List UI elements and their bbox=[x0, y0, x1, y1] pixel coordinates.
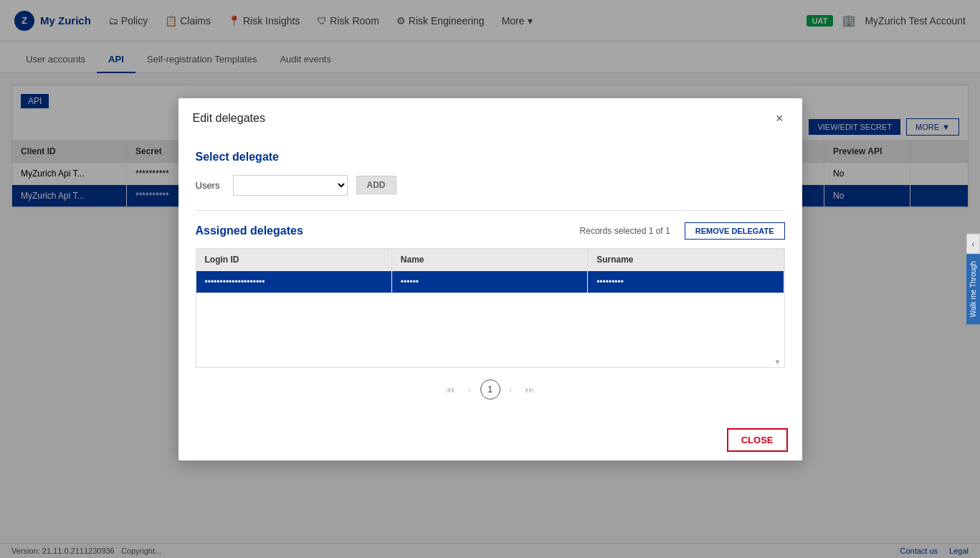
modal-close-button[interactable]: × bbox=[771, 110, 788, 128]
add-button[interactable]: ADD bbox=[356, 176, 396, 194]
cell-login-id: •••••••••••••••••••• bbox=[196, 271, 392, 293]
select-delegate-section: Select delegate Users ADD bbox=[196, 151, 785, 196]
delegates-table-body: •••••••••••••••••••• •••••• ••••••••• bbox=[196, 270, 784, 356]
divider bbox=[196, 210, 785, 211]
modal-overlay: Edit delegates × Select delegate Users A… bbox=[0, 0, 980, 558]
pagination: ⏮ ‹ 1 › ⏭ bbox=[196, 368, 785, 405]
col-name: Name bbox=[392, 249, 588, 270]
close-modal-button[interactable]: CLOSE bbox=[727, 428, 788, 452]
delegates-table-row[interactable]: •••••••••••••••••••• •••••• ••••••••• bbox=[196, 270, 784, 293]
records-actions: Records selected 1 of 1 REMOVE DELEGATE bbox=[580, 222, 785, 240]
prev-page-button[interactable]: ‹ bbox=[464, 382, 476, 397]
select-delegate-title: Select delegate bbox=[196, 151, 785, 164]
assigned-header: Assigned delegates Records selected 1 of… bbox=[196, 222, 785, 240]
modal: Edit delegates × Select delegate Users A… bbox=[179, 98, 802, 460]
records-label: Records selected 1 of 1 bbox=[580, 226, 670, 236]
first-page-button[interactable]: ⏮ bbox=[441, 382, 460, 397]
assigned-delegates-section: Assigned delegates Records selected 1 of… bbox=[196, 222, 785, 368]
side-panel: ‹ Walk me Through bbox=[966, 234, 980, 324]
side-panel-arrow-button[interactable]: ‹ bbox=[966, 234, 980, 254]
walk-me-through-button[interactable]: Walk me Through bbox=[966, 254, 980, 324]
form-row: Users ADD bbox=[196, 175, 785, 196]
modal-footer: CLOSE bbox=[179, 420, 802, 460]
next-page-button[interactable]: › bbox=[505, 382, 517, 397]
cell-name: •••••• bbox=[392, 271, 588, 293]
modal-title: Edit delegates bbox=[193, 112, 265, 125]
col-surname: Surname bbox=[588, 249, 784, 270]
users-label: Users bbox=[196, 180, 224, 191]
remove-delegate-button[interactable]: REMOVE DELEGATE bbox=[685, 222, 785, 240]
delegates-table: Login ID Name Surname ••••••••••••••••••… bbox=[196, 248, 785, 368]
modal-body: Select delegate Users ADD Assigned deleg… bbox=[179, 136, 802, 420]
users-select[interactable] bbox=[233, 175, 348, 196]
col-login-id: Login ID bbox=[196, 249, 392, 270]
current-page: 1 bbox=[480, 379, 500, 399]
delegates-table-header: Login ID Name Surname bbox=[196, 249, 784, 270]
cell-surname: ••••••••• bbox=[588, 271, 784, 293]
assigned-delegates-title: Assigned delegates bbox=[196, 224, 303, 237]
last-page-button[interactable]: ⏭ bbox=[520, 382, 539, 397]
scroll-indicator: ▼ bbox=[196, 356, 784, 367]
modal-header: Edit delegates × bbox=[179, 98, 802, 136]
